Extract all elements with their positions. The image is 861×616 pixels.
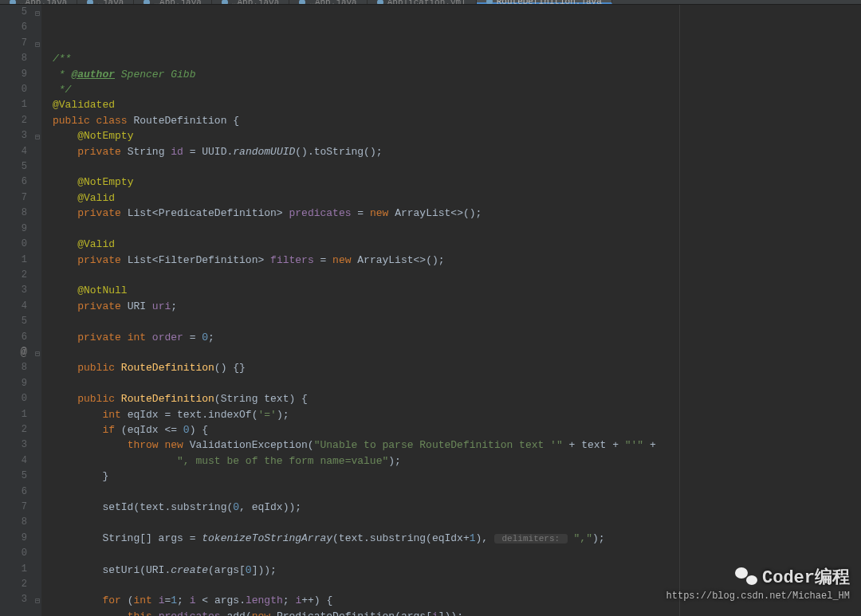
code-line[interactable]: ", must be of the form name=value");: [53, 453, 861, 469]
editor-tab[interactable]: …java: [77, 0, 134, 4]
line-number: 4: [0, 144, 27, 159]
wechat-icon: [735, 567, 757, 587]
gutter: 567890123456789012345678901234567890123 …: [0, 5, 41, 616]
line-numbers: 567890123456789012345678901234567890123: [0, 5, 27, 608]
line-number: 8: [0, 515, 27, 530]
code-line[interactable]: [53, 222, 861, 237]
code-line[interactable]: @Valid: [53, 237, 861, 252]
code-line[interactable]: [53, 515, 861, 530]
code-line[interactable]: private int order = 0;: [53, 330, 861, 345]
code-line[interactable]: @Valid: [53, 190, 861, 206]
line-number: 5: [0, 159, 27, 175]
fold-toggle-icon[interactable]: ⊟: [35, 347, 40, 362]
code-line[interactable]: throw new ValidationException("Unable to…: [53, 437, 861, 453]
code-line[interactable]: * @author Spencer Gibb: [53, 67, 861, 82]
code-line[interactable]: }: [53, 469, 861, 484]
line-number: 3: [0, 283, 27, 298]
line-number: 3: [0, 592, 27, 607]
editor-tab[interactable]: …App.java: [289, 0, 367, 4]
code-line[interactable]: @NotEmpty: [53, 175, 861, 190]
code-line[interactable]: public RouteDefinition() {}: [53, 360, 861, 375]
code-line[interactable]: if (eqIdx <= 0) {: [53, 422, 861, 437]
line-number: 5: [0, 314, 27, 329]
line-number: 6: [0, 175, 27, 190]
line-number: 8: [0, 206, 27, 221]
code-line[interactable]: [53, 345, 861, 360]
file-type-icon: [486, 0, 493, 5]
editor-tab[interactable]: …App.java: [212, 0, 289, 4]
code-line[interactable]: private URI uri;: [53, 299, 861, 314]
code-line[interactable]: [53, 376, 861, 391]
line-number: 6: [0, 485, 27, 500]
code-line[interactable]: */: [53, 82, 861, 97]
line-number: 9: [0, 376, 27, 391]
line-number: 3: [0, 437, 27, 453]
line-number: 8: [0, 360, 27, 375]
code-line[interactable]: int eqIdx = text.indexOf('=');: [53, 407, 861, 422]
editor-area: 567890123456789012345678901234567890123 …: [0, 5, 861, 616]
code-line[interactable]: @NotEmpty: [53, 128, 861, 143]
line-number: 8: [0, 51, 27, 66]
line-number: 4: [0, 299, 27, 314]
line-number: 6: [0, 330, 27, 345]
line-number: 6: [0, 20, 27, 35]
line-number: 0: [0, 391, 27, 406]
code-line[interactable]: private List<PredicateDefinition> predic…: [53, 206, 861, 221]
line-number: 7: [0, 36, 27, 51]
code-line[interactable]: this.predicates.add(new PredicateDefinit…: [53, 609, 861, 616]
code-line[interactable]: private List<FilterDefinition> filters =…: [53, 253, 861, 268]
line-number: 4: [0, 453, 27, 469]
line-number: 2: [0, 577, 27, 592]
code-line[interactable]: /**: [53, 51, 861, 66]
editor-tab[interactable]: …App.java: [0, 0, 77, 4]
code-line[interactable]: [53, 268, 861, 283]
watermark: Coder编程 https://blog.csdn.net/Michael_HM: [666, 565, 850, 602]
line-number: 0: [0, 82, 27, 97]
right-margin-guide: [679, 5, 680, 616]
code-line[interactable]: String[] args = tokenizeToStringArray(te…: [53, 531, 861, 547]
line-number: 5: [0, 469, 27, 484]
code-line[interactable]: @Validated: [53, 97, 861, 112]
fold-toggle-icon[interactable]: ⊟: [35, 37, 40, 53]
line-number: 9: [0, 222, 27, 237]
line-number: 1: [0, 253, 27, 268]
line-number: 0: [0, 237, 27, 252]
line-number: 2: [0, 268, 27, 283]
line-number: 1: [0, 97, 27, 112]
code-line[interactable]: [53, 314, 861, 329]
gutter-annotation-icon[interactable]: @: [21, 345, 27, 360]
code-line[interactable]: private String id = UUID.randomUUID().to…: [53, 144, 861, 159]
code-line[interactable]: @NotNull: [53, 283, 861, 298]
code-editor[interactable]: /** * @author Spencer Gibb */@Validatedp…: [41, 5, 861, 616]
watermark-url: https://blog.csdn.net/Michael_HM: [666, 590, 850, 602]
code-line[interactable]: public class RouteDefinition {: [53, 113, 861, 128]
editor-tab[interactable]: Application.yml: [368, 0, 477, 4]
line-number: 7: [0, 500, 27, 515]
code-line[interactable]: public RouteDefinition(String text) {: [53, 391, 861, 406]
editor-tab[interactable]: RouteDefinition.java: [477, 0, 612, 4]
fold-toggle-icon[interactable]: ⊟: [35, 6, 40, 22]
line-number: 9: [0, 67, 27, 82]
line-number: 0: [0, 546, 27, 561]
code-line[interactable]: setId(text.substring(0, eqIdx));: [53, 500, 861, 515]
code-line[interactable]: [53, 485, 861, 500]
line-number: 2: [0, 113, 27, 128]
fold-toggle-icon[interactable]: ⊟: [35, 594, 40, 609]
line-number: 1: [0, 407, 27, 422]
code-line[interactable]: [53, 547, 861, 562]
line-number: 9: [0, 531, 27, 546]
watermark-brand: Coder编程: [762, 565, 850, 589]
fold-toggle-icon[interactable]: ⊟: [35, 130, 40, 145]
line-number: 7: [0, 190, 27, 206]
editor-tab[interactable]: …App.java: [134, 0, 211, 4]
line-number: 1: [0, 562, 27, 577]
line-number: 2: [0, 422, 27, 437]
line-number: 5: [0, 5, 27, 20]
line-number: 3: [0, 128, 27, 143]
code-line[interactable]: [53, 159, 861, 175]
